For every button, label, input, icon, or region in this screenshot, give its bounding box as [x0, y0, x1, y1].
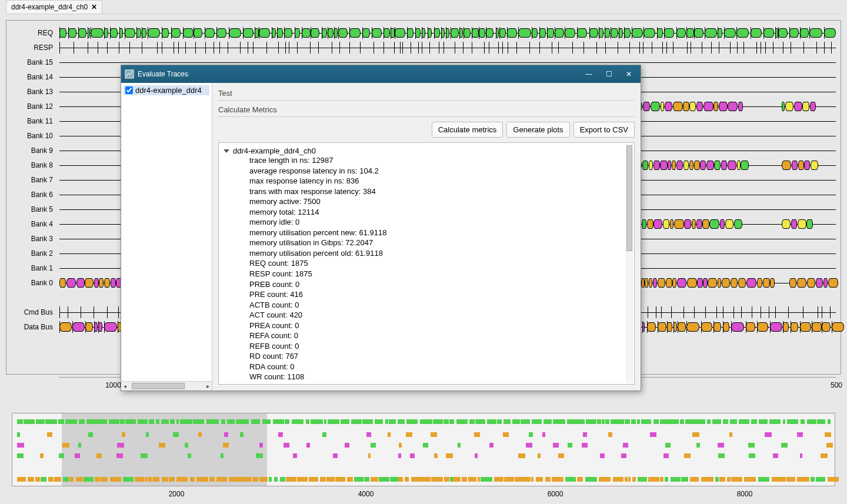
dialog-title-bar[interactable]: Evaluate Traces — ☐ ✕ — [121, 65, 641, 83]
dialog-title: Evaluate Traces — [138, 70, 188, 78]
horizontal-scrollbar[interactable]: ◂ ▸ — [121, 381, 212, 390]
overview-axis-label: 6000 — [548, 490, 563, 498]
waveform-row-label: Bank 12 — [6, 102, 56, 111]
overview-panel[interactable] — [12, 413, 835, 486]
overview-lane — [17, 432, 830, 437]
waveform-row-label: Bank 10 — [6, 132, 56, 140]
waveform-row-label: Bank 0 — [6, 279, 56, 287]
metrics-tree-root[interactable]: ddr4-example_ddr4_ch0 — [224, 146, 629, 155]
metric-line: WRA count: 0 — [224, 382, 629, 385]
metric-line: trans with max response latency: 384 — [224, 186, 629, 197]
metric-line: REFA count: 0 — [224, 331, 629, 341]
scroll-left-icon[interactable]: ◂ — [121, 383, 129, 389]
time-axis-label: 1000 — [105, 381, 121, 389]
minimize-icon[interactable]: — — [581, 68, 597, 81]
waveform-row-label: Bank 3 — [6, 235, 56, 243]
metric-line: trace length in ns: 12987 — [224, 155, 629, 166]
overview-axis: 2000400060008000 — [12, 488, 835, 502]
metric-line: PRE count: 416 — [224, 289, 629, 300]
metric-line: WR count: 1108 — [224, 372, 629, 382]
waveform-row: RESP — [6, 40, 841, 55]
tab-title: ddr4-example_ddr4_ch0 — [11, 3, 88, 11]
metric-line: memory active: 7500 — [224, 196, 629, 207]
metric-line: memory total: 12114 — [224, 207, 629, 218]
overview-axis-label: 8000 — [737, 490, 753, 498]
metric-line: PREB count: 0 — [224, 279, 629, 290]
overview-axis-label: 2000 — [169, 490, 185, 498]
export-csv-button[interactable]: Export to CSV — [573, 122, 635, 138]
scroll-right-icon[interactable]: ▸ — [204, 383, 212, 389]
overview-lane — [17, 453, 830, 458]
metric-line: average response latency in ns: 104.2 — [224, 166, 629, 176]
trace-item-label: ddr4-example_ddr4 — [135, 86, 202, 95]
metric-line: ACTB count: 0 — [224, 300, 629, 311]
waveform-track[interactable] — [59, 25, 836, 40]
vertical-scrollbar[interactable] — [626, 144, 633, 383]
metric-line: memory utilisation in Gibps: 72.2047 — [224, 238, 629, 248]
overview-axis-label: 4000 — [358, 490, 374, 498]
waveform-row-label: Bank 2 — [6, 249, 56, 258]
tab-ddr4-example[interactable]: ddr4-example_ddr4_ch0 ✕ — [6, 0, 102, 14]
waveform-row-label: Bank 5 — [6, 205, 56, 213]
waveform-row-label: RESP — [6, 44, 56, 52]
calculate-metrics-button[interactable]: Calculate metrics — [432, 122, 503, 138]
metric-line: RD count: 767 — [224, 351, 629, 362]
metric-line: memory utilisation percent old: 61.9118 — [224, 248, 629, 259]
metric-line: REQ count: 1875 — [224, 258, 629, 269]
metric-line: memory utilisation percent new: 61.9118 — [224, 228, 629, 238]
overview-lane — [17, 443, 830, 448]
caret-down-icon[interactable] — [224, 149, 229, 153]
metric-line: PREA count: 0 — [224, 321, 629, 331]
button-row: Calculate metrics Generate plots Export … — [218, 119, 635, 140]
dialog-right-panel: Test Calculate Metrics Calculate metrics… — [212, 83, 641, 390]
metric-line: memory idle: 0 — [224, 217, 629, 228]
trace-checkbox[interactable] — [125, 86, 133, 94]
waveform-row-label: Cmd Bus — [6, 308, 56, 316]
overview-lane — [17, 419, 830, 424]
dialog-trace-list[interactable]: ddr4-example_ddr4 ◂ ▸ — [121, 83, 212, 390]
waveform-row-label: Bank 9 — [6, 146, 56, 155]
waveform-row-label: Data Bus — [6, 323, 56, 331]
close-icon[interactable]: ✕ — [91, 3, 97, 11]
evaluate-traces-dialog: Evaluate Traces — ☐ ✕ ddr4-example_ddr4 … — [121, 65, 641, 391]
scrollbar-thumb[interactable] — [626, 145, 632, 251]
tab-bar: ddr4-example_ddr4_ch0 ✕ — [6, 0, 841, 14]
waveform-row-label: Bank 14 — [6, 73, 56, 81]
tree-root-label: ddr4-example_ddr4_ch0 — [233, 146, 316, 155]
time-axis-label: 500 — [831, 381, 842, 389]
scrollbar-thumb[interactable] — [132, 383, 185, 389]
metric-line: ACT count: 420 — [224, 310, 629, 321]
metric-line: max response latency in ns: 836 — [224, 176, 629, 186]
waveform-row-label: REQ — [6, 29, 56, 37]
trace-list-item[interactable]: ddr4-example_ddr4 — [124, 85, 209, 95]
waveform-row-label: Bank 6 — [6, 191, 56, 199]
metric-line: RDA count: 0 — [224, 362, 629, 372]
waveform-row: REQ — [6, 25, 841, 40]
maximize-icon[interactable]: ☐ — [601, 68, 617, 81]
overview-selection[interactable] — [62, 413, 268, 486]
waveform-row-label: Bank 1 — [6, 264, 56, 272]
waveform-row-label: Bank 7 — [6, 176, 56, 184]
metric-line: RESP count: 1875 — [224, 269, 629, 279]
app-icon — [125, 69, 134, 79]
waveform-track[interactable] — [59, 40, 836, 55]
close-icon[interactable]: ✕ — [621, 68, 637, 81]
section-test: Test — [218, 86, 635, 101]
waveform-row-label: Bank 13 — [6, 88, 56, 96]
generate-plots-button[interactable]: Generate plots — [506, 122, 569, 138]
section-calculate-metrics: Calculate Metrics — [218, 103, 635, 117]
waveform-row-label: Bank 8 — [6, 161, 56, 169]
waveform-row-label: Bank 4 — [6, 220, 56, 228]
waveform-row-label: Bank 15 — [6, 58, 56, 66]
metric-line: REFB count: 0 — [224, 341, 629, 352]
overview-lane — [17, 477, 830, 482]
waveform-row-label: Bank 11 — [6, 117, 56, 125]
metrics-tree[interactable]: ddr4-example_ddr4_ch0 trace length in ns… — [218, 142, 635, 385]
